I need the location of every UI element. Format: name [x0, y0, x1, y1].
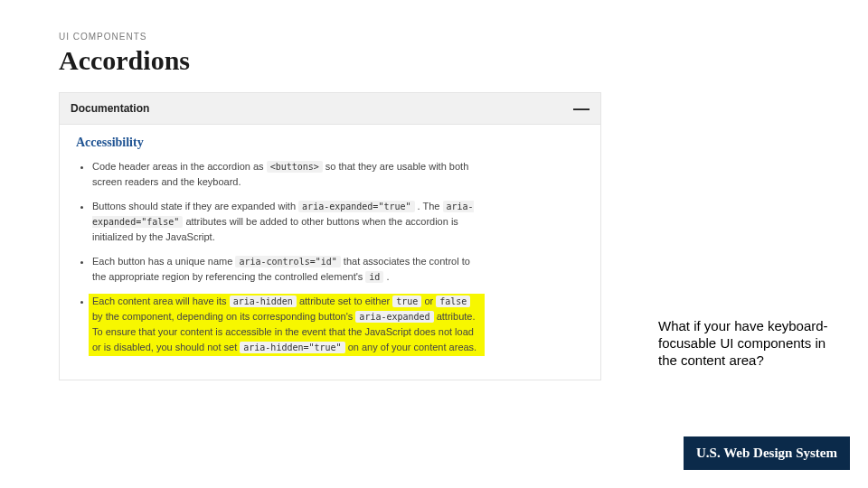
inline-code: aria-expanded="true" — [298, 201, 414, 212]
page-title: Accordions — [59, 45, 601, 76]
list-item: Each content area will have its aria-hid… — [92, 294, 481, 355]
inline-code: aria-expanded — [355, 311, 433, 323]
inline-code: false — [436, 296, 470, 307]
eyebrow-label: UI COMPONENTS — [59, 32, 601, 42]
list-item: Buttons should state if they are expande… — [92, 199, 481, 245]
inline-code: <buttons> — [267, 161, 323, 173]
inline-code: aria-controls="id" — [235, 256, 340, 267]
inline-code: id — [365, 271, 383, 283]
section-heading: Accessibility — [76, 136, 584, 150]
accordion-panel: Accessibility Code header areas in the a… — [59, 125, 601, 380]
inline-code: aria-hidden — [230, 296, 297, 307]
inline-code: aria-hidden="true" — [240, 342, 344, 353]
accessibility-list: Code header areas in the accordion as <b… — [76, 159, 584, 356]
accordion-header-label: Documentation — [71, 102, 149, 115]
documentation-card: UI COMPONENTS Accordions Documentation —… — [59, 32, 601, 380]
list-item: Code header areas in the accordion as <b… — [92, 159, 481, 190]
presenter-annotation: What if your have keyboard-focusable UI … — [658, 318, 830, 369]
inline-code: aria-expanded="false" — [92, 201, 474, 228]
list-item: Each button has a unique name aria-contr… — [92, 254, 481, 285]
inline-code: true — [392, 296, 421, 307]
collapse-icon[interactable]: — — [573, 100, 590, 117]
accordion-header[interactable]: Documentation — — [59, 92, 601, 125]
footer-badge: U.S. Web Design System — [684, 436, 850, 470]
